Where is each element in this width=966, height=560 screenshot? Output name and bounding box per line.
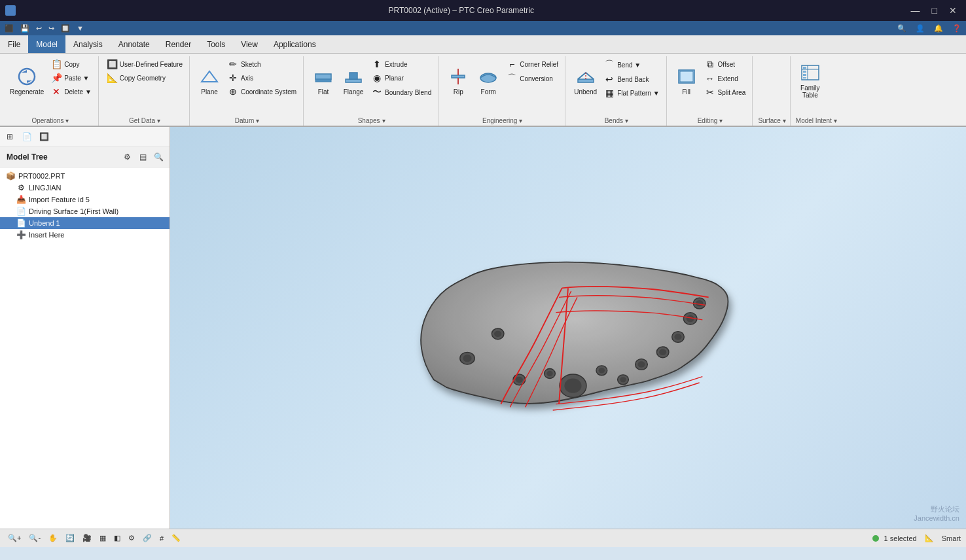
display-mode-button[interactable]: ▦ [97, 533, 109, 544]
tree-item-driving[interactable]: 📄 Driving Surface 1(First Wall) [0, 205, 170, 217]
close-button[interactable]: ✕ [945, 4, 961, 17]
planar-button[interactable]: ◉ Planar [369, 71, 434, 84]
rotate-button[interactable]: 🔄 [63, 533, 77, 544]
regenerate-button[interactable]: Regenerate [7, 58, 47, 103]
extrude-button[interactable]: ⬆ Extrude [369, 58, 434, 71]
form-button[interactable]: Form [474, 58, 503, 103]
corner-relief-button[interactable]: ⌐ Corner Relief [504, 58, 561, 71]
menu-model[interactable]: Model [28, 35, 65, 53]
menu-view[interactable]: View [233, 35, 266, 53]
status-dot [872, 535, 879, 542]
view-button[interactable]: 🎥 [80, 533, 94, 544]
details-view-button[interactable]: 🔲 [37, 130, 51, 144]
paste-icon: 📌 [51, 73, 62, 83]
coordinate-system-button[interactable]: ⊕ Coordinate System [225, 85, 299, 98]
bend-button[interactable]: ⌒ Bend ▼ [601, 58, 662, 72]
grid-button[interactable]: # [157, 533, 166, 544]
updates-icon[interactable]: 🔔 [932, 24, 945, 33]
status-right: 1 selected 📐 Smart [872, 533, 961, 544]
offset-icon: ⧉ [705, 59, 715, 70]
menu-file[interactable]: File [0, 35, 28, 53]
viewport[interactable]: 野火论坛 Jancewidth.cn [170, 127, 966, 529]
account-icon[interactable]: 👤 [914, 24, 927, 33]
zoom-fit-button[interactable]: 🔍+ [5, 533, 24, 544]
svg-rect-7 [452, 75, 465, 78]
import-icon: 📥 [16, 195, 26, 204]
flange-button[interactable]: Flange [339, 58, 368, 103]
fill-button[interactable]: Fill [672, 58, 701, 103]
zoom-out-button[interactable]: 🔍- [26, 533, 43, 544]
qa-settings-button[interactable]: 🔲 [59, 24, 72, 33]
snap-button[interactable]: 🔗 [140, 533, 154, 544]
tree-search-button[interactable]: 🔍 [151, 150, 166, 164]
flat-pattern-button[interactable]: ▦ Flat Pattern ▼ [601, 86, 662, 99]
boundary-blend-button[interactable]: 〜 Boundary Blend [369, 85, 434, 99]
ruler-button[interactable]: 📐 [922, 533, 937, 544]
extend-button[interactable]: ↔ Extend [702, 72, 749, 85]
quick-access-toolbar: ⬛ 💾 ↩ ↪ 🔲 ▼ 🔍 👤 🔔 ❓ [0, 21, 966, 35]
tree-settings-button[interactable]: ⚙ [120, 150, 134, 164]
qa-save-button[interactable]: 💾 [18, 24, 31, 33]
copy-button[interactable]: 📋 Copy [48, 58, 94, 71]
paste-button[interactable]: 📌 Paste ▼ [48, 71, 94, 84]
operations-col: 📋 Copy 📌 Paste ▼ ✕ Delete ▼ [48, 58, 94, 98]
bends-label[interactable]: Bends ▾ [571, 116, 662, 126]
layer-view-button[interactable]: 📄 [20, 130, 34, 144]
flat-button[interactable]: Flat [309, 58, 338, 103]
datum-label[interactable]: Datum ▾ [195, 116, 299, 126]
menu-annotate[interactable]: Annotate [111, 35, 158, 53]
pan-button[interactable]: ✋ [46, 533, 60, 544]
unbend-button[interactable]: Unbend [571, 58, 600, 103]
tree-item-unbend[interactable]: 📄 Unbend 1 [0, 217, 170, 229]
getdata-col: 🔲 User-Defined Feature 📐 Copy Geometry [104, 58, 185, 84]
tree-item-root[interactable]: 📦 PRT0002.PRT [0, 170, 170, 182]
flange-icon [343, 66, 364, 87]
tree-view-button[interactable]: ⊞ [3, 130, 17, 144]
perspective-button[interactable]: ◧ [111, 533, 123, 544]
offset-button[interactable]: ⧉ Offset [702, 58, 749, 71]
user-defined-feature-button[interactable]: 🔲 User-Defined Feature [104, 58, 185, 71]
cr-icon: ⌐ [507, 59, 517, 69]
bend-icon: ⌒ [604, 59, 615, 71]
delete-button[interactable]: ✕ Delete ▼ [48, 85, 94, 98]
qa-redo-button[interactable]: ↪ [46, 24, 56, 33]
form-label: Form [481, 88, 496, 96]
axis-button[interactable]: ✛ Axis [225, 71, 299, 84]
menu-tools[interactable]: Tools [199, 35, 233, 53]
engineering-label[interactable]: Engineering ▾ [444, 116, 561, 126]
qa-more-button[interactable]: ▼ [75, 24, 86, 33]
family-table-button[interactable]: FamilyTable [796, 58, 825, 103]
editing-label[interactable]: Editing ▾ [672, 116, 749, 126]
driving-icon: 📄 [16, 207, 26, 216]
editing-col: ⧉ Offset ↔ Extend ✂ Split Area [702, 58, 749, 99]
split-area-button[interactable]: ✂ Split Area [702, 86, 749, 99]
measure-button[interactable]: 📏 [169, 533, 183, 544]
minimize-button[interactable]: — [907, 4, 924, 17]
rip-button[interactable]: Rip [444, 58, 473, 103]
search-icon[interactable]: 🔍 [895, 24, 908, 33]
menu-applications[interactable]: Applications [266, 35, 324, 53]
bend-back-button[interactable]: ↩ Bend Back [601, 73, 662, 86]
filter-button[interactable]: ⚙ [126, 533, 137, 544]
title-bar-controls[interactable]: — □ ✕ [907, 4, 961, 17]
qa-undo-button[interactable]: ↩ [34, 24, 44, 33]
getdata-label[interactable]: Get Data ▾ [104, 116, 185, 126]
copy-geometry-button[interactable]: 📐 Copy Geometry [104, 71, 185, 84]
tree-item-lingjian[interactable]: ⚙ LINGJIAN [0, 182, 170, 194]
menu-render[interactable]: Render [158, 35, 199, 53]
plane-button[interactable]: Plane [195, 58, 224, 103]
maximize-button[interactable]: □ [928, 4, 941, 17]
tree-item-insert[interactable]: ➕ Insert Here [0, 229, 170, 241]
help-icon[interactable]: ❓ [950, 24, 963, 33]
qa-new-button[interactable]: ⬛ [3, 24, 16, 33]
surface-label[interactable]: Surface ▾ [758, 116, 785, 126]
tree-columns-button[interactable]: ▤ [135, 150, 150, 164]
tree-item-import[interactable]: 📥 Import Feature id 5 [0, 194, 170, 205]
menu-analysis[interactable]: Analysis [65, 35, 111, 53]
sketch-button[interactable]: ✏ Sketch [225, 58, 299, 71]
shapes-label[interactable]: Shapes ▾ [309, 116, 434, 126]
conversion-button[interactable]: ⌒ Conversion [504, 71, 561, 86]
watermark-line1: 野火论坛 [914, 504, 959, 514]
operations-label[interactable]: Operations ▾ [7, 116, 94, 126]
modelintent-label[interactable]: Model Intent ▾ [796, 116, 837, 126]
